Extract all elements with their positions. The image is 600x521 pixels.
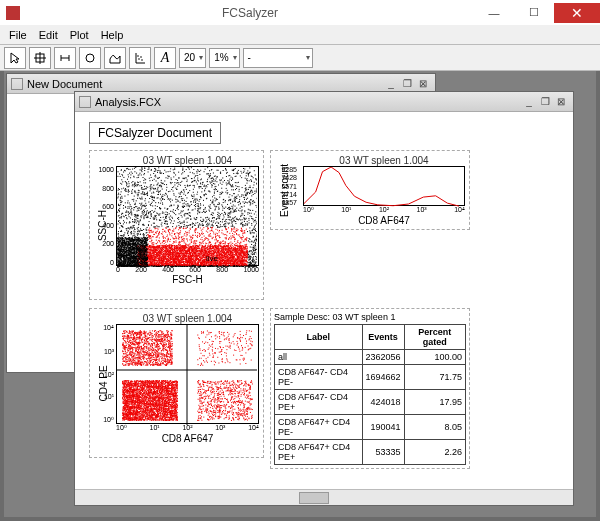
table-row: CD8 AF647+ CD4 PE-1900418.05 [275,415,466,440]
plot-histogram-cd8[interactable]: 03 WT spleen 1.004 Event count 928574285… [270,150,470,230]
svg-point-10 [140,56,142,58]
plot-dotplot-cd8-cd4[interactable]: 03 WT spleen 1.004 CD4 PE 10⁴10³10²10¹10… [89,308,264,458]
table-row: CD8 AF647- CD4 PE+42401817.95 [275,390,466,415]
window-min-icon[interactable]: _ [383,77,399,91]
menu-edit[interactable]: Edit [34,28,63,42]
svg-point-9 [138,58,140,60]
table-row: CD8 AF647- CD4 PE-169466271.75 [275,365,466,390]
ellipse-gate-button[interactable] [79,47,101,69]
menu-plot[interactable]: Plot [65,28,94,42]
text-tool-button[interactable]: A [154,47,176,69]
sample-desc: Sample Desc: 03 WT spleen 1 [274,312,466,322]
stats-panel: Sample Desc: 03 WT spleen 1 LabelEventsP… [270,308,470,469]
fontsize-stepper[interactable]: 20▾ [179,48,206,68]
table-row: all2362056100.00 [275,350,466,365]
gate-label: live [206,254,218,263]
stats-table: LabelEventsPercent gated all2362056100.0… [274,324,466,465]
doc-icon [79,96,91,108]
plot-dotplot-fsc-ssc[interactable]: 03 WT spleen 1.004 SSC-H 100080060040020… [89,150,264,300]
dotplot-button[interactable] [129,47,151,69]
app-title: FCSalyzer [26,6,474,20]
window-title: Analysis.FCX [95,96,521,108]
minimize-button[interactable]: — [474,3,514,23]
parameter-select[interactable]: -▾ [243,48,313,68]
zoom-stepper[interactable]: 1%▾ [209,48,239,68]
window-close-icon[interactable]: ⊠ [415,77,431,91]
window-analysis[interactable]: Analysis.FCX _ ❐ ⊠ FCSalyzer Document 03… [74,91,574,506]
histogram-plot-button[interactable] [104,47,126,69]
window-close-icon[interactable]: ⊠ [553,95,569,109]
doc-icon [11,78,23,90]
pointer-tool-button[interactable] [4,47,26,69]
document-label: FCSalyzer Document [89,122,221,144]
window-max-icon[interactable]: ❐ [399,77,415,91]
menubar: File Edit Plot Help [0,25,600,45]
menu-file[interactable]: File [4,28,32,42]
titlebar: FCSalyzer — ☐ ✕ [0,0,600,25]
app-icon [6,6,20,20]
window-title: New Document [27,78,383,90]
range-gate-button[interactable] [54,47,76,69]
rectangle-gate-button[interactable] [29,47,51,69]
svg-point-11 [141,59,143,61]
window-max-icon[interactable]: ❐ [537,95,553,109]
close-button[interactable]: ✕ [554,3,600,23]
maximize-button[interactable]: ☐ [514,3,554,23]
scrollbar-horizontal[interactable] [75,489,573,505]
table-row: CD8 AF647+ CD4 PE+533352.26 [275,440,466,465]
toolbar: A 20▾ 1%▾ -▾ [0,45,600,71]
workspace: New Document _ ❐ ⊠ Analysis.FCX _ ❐ ⊠ FC… [4,71,596,517]
menu-help[interactable]: Help [96,28,129,42]
svg-point-12 [137,55,139,57]
svg-point-6 [86,54,94,62]
window-min-icon[interactable]: _ [521,95,537,109]
